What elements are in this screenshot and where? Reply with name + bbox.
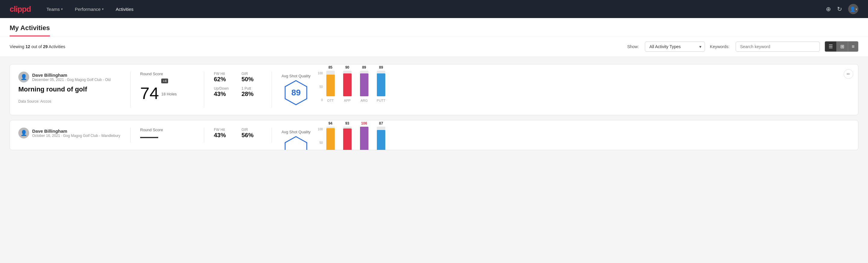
ott-fill — [326, 75, 335, 96]
chart-container-2: 100 50 0 94 OTT 93 — [318, 127, 850, 150]
keyword-search-input[interactable] — [736, 41, 820, 52]
svg-marker-1 — [285, 137, 307, 150]
list-detail-icon: ≡ — [852, 44, 855, 49]
nav-activities[interactable]: Activities — [115, 0, 135, 18]
updown-label: Up/Down — [214, 86, 234, 91]
y-axis: 100 50 0 — [318, 71, 324, 102]
arg-value: 89 — [362, 65, 366, 69]
refresh-icon[interactable]: ↻ — [837, 5, 842, 12]
quality-section: Avg Shot Quality 89 100 50 0 — [281, 71, 850, 108]
view-list-detail-button[interactable]: ≡ — [848, 41, 858, 52]
viewing-count: 12 — [26, 44, 30, 49]
user-avatar[interactable]: 👤 ▾ — [848, 4, 858, 14]
viewing-pre: Viewing — [10, 44, 26, 49]
y-label-100: 100 — [318, 71, 323, 75]
viewing-total: 29 — [43, 44, 48, 49]
view-buttons: ☰ ⊞ ≡ — [825, 41, 858, 52]
activity-type-select[interactable]: All Activity Types — [645, 41, 705, 52]
hexagon-wrapper-2: Avg Shot Quality — [281, 130, 311, 150]
fw-hit-label-2: FW Hit — [214, 127, 234, 132]
fwgir-grid-2: FW Hit 43% GIR 56% — [214, 127, 262, 139]
one-putt-label: 1 Putt — [242, 86, 262, 91]
gir-value-2: 56% — [242, 132, 262, 139]
updown-item: Up/Down 43% — [214, 86, 234, 97]
user-info: Dave Billingham December 05, 2021 · Gog … — [32, 72, 111, 82]
show-label: Show: — [627, 44, 639, 49]
toolbar: Viewing 12 out of 29 Activities Show: Al… — [0, 36, 868, 57]
user-name-2: Dave Billingham — [32, 128, 120, 134]
ott-value: 85 — [329, 65, 332, 69]
fwgir-section: FW Hit 62% GIR 50% Up/Down 43% 1 Putt 28… — [214, 71, 262, 97]
logo[interactable]: clippd — [10, 4, 31, 14]
bar-putt: 89 PUTT — [377, 65, 385, 102]
card-divider-5 — [204, 127, 204, 143]
round-score-section-2: Round Score — [140, 127, 194, 141]
hexagon: 89 — [283, 80, 309, 106]
arg-value-2: 106 — [361, 121, 367, 125]
hexagon-wrapper: Avg Shot Quality 89 — [281, 74, 311, 106]
hexagon-score: 89 — [291, 88, 301, 97]
app-bar-2 — [343, 127, 351, 150]
bar-ott: 85 OTT — [326, 65, 335, 102]
putt-bar — [377, 71, 385, 96]
add-icon[interactable]: ⊕ — [826, 5, 831, 12]
one-putt-value: 28% — [242, 91, 262, 97]
one-putt-item: 1 Putt 28% — [242, 86, 262, 97]
app-bar — [343, 71, 351, 96]
bars-2: 94 OTT 93 APP — [326, 127, 385, 150]
score-dash — [140, 137, 158, 138]
navbar: clippd Teams ▾ Performance ▾ Activities … — [0, 0, 868, 18]
gir-item-2: GIR 56% — [242, 127, 262, 139]
card-left-2: 👤 Dave Billingham October 16, 2021 · Gog… — [18, 127, 121, 141]
ott-fill-2 — [326, 128, 335, 150]
bar-arg-2: 106 ARG — [360, 121, 368, 150]
page-title: My Activities — [10, 18, 50, 36]
chart-area-2: 100 50 0 94 OTT 93 — [318, 127, 850, 150]
nav-teams[interactable]: Teams ▾ — [45, 0, 64, 18]
keywords-label: Keywords: — [710, 44, 730, 49]
score-value: 74 — [140, 85, 159, 102]
arg-bar — [360, 71, 368, 96]
viewing-post: Activities — [48, 44, 65, 49]
activity-type-wrapper: All Activity Types — [645, 41, 705, 52]
bar-arg: 89 ARG — [360, 65, 368, 102]
chart-area: 100 50 0 85 OTT — [318, 71, 850, 108]
putt-fill — [377, 74, 385, 96]
activities-content: ✏ 👤 Dave Billingham December 05, 2021 · … — [0, 57, 868, 157]
putt-value-2: 87 — [379, 121, 383, 125]
view-grid-button[interactable]: ⊞ — [837, 41, 848, 52]
fw-hit-label: FW Hit — [214, 71, 234, 76]
fw-hit-value: 62% — [214, 76, 234, 83]
nav-teams-label: Teams — [46, 7, 60, 12]
hexagon-2 — [283, 136, 309, 150]
teams-chevron-icon: ▾ — [61, 7, 63, 11]
putt-value: 89 — [379, 65, 383, 69]
y-label2-100: 100 — [318, 127, 323, 131]
avg-shot-quality-label-2: Avg Shot Quality — [281, 130, 311, 134]
user-date: December 05, 2021 · Gog Magog Golf Club … — [32, 78, 111, 82]
viewing-text: Viewing 12 out of 29 Activities — [10, 44, 65, 49]
gir-label-2: GIR — [242, 127, 262, 132]
fw-hit-item-2: FW Hit 43% — [214, 127, 234, 139]
quality-section-2: Avg Shot Quality 100 50 0 — [281, 127, 850, 150]
nav-performance[interactable]: Performance ▾ — [74, 0, 105, 18]
y-label-50: 50 — [319, 85, 323, 88]
user-dropdown-chevron: ▾ — [856, 7, 857, 11]
bar-app-2: 93 APP — [343, 121, 351, 150]
fwgir-section-2: FW Hit 43% GIR 56% — [214, 127, 262, 139]
arg-label: ARG — [361, 99, 368, 102]
bar-ott-2: 94 OTT — [326, 121, 335, 150]
performance-chevron-icon: ▾ — [102, 7, 104, 11]
card-divider-6 — [272, 127, 272, 143]
view-list-compact-button[interactable]: ☰ — [825, 41, 837, 52]
score-badge: +4 — [161, 79, 168, 83]
putt-bar-2 — [377, 127, 385, 150]
app-fill — [343, 74, 351, 96]
activity-card-2: 👤 Dave Billingham October 16, 2021 · Gog… — [10, 120, 858, 150]
avatar: 👤 — [18, 71, 29, 83]
viewing-mid: out of — [30, 44, 43, 49]
y-axis-2: 100 50 0 — [318, 127, 324, 150]
gir-label: GIR — [242, 71, 262, 76]
y-label-0: 0 — [321, 98, 323, 102]
nav-activities-label: Activities — [116, 7, 133, 12]
